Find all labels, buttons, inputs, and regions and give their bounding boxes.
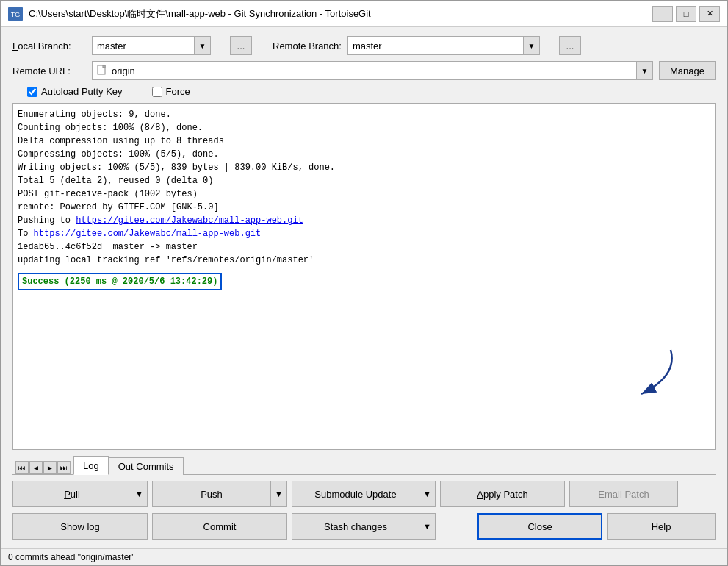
tab-nav-buttons: ⏮ ◄ ► ⏭ [15,461,71,474]
log-line-8: remote: Powered by GITEE.COM [GNK-5.0] [18,201,710,214]
tab-prev-button[interactable]: ◄ [29,461,43,474]
local-branch-arrow[interactable]: ▼ [195,36,211,55]
tab-last-button[interactable]: ⏭ [57,461,71,474]
tabs-row: ⏮ ◄ ► ⏭ Log Out Commits [12,456,716,475]
options-row: Autoload Putty Key Force [12,86,716,97]
success-container: Success (2250 ms @ 2020/5/6 13:42:29) [18,271,710,290]
local-branch-row: Local Branch: ▼ ... Remote Branch: ▼ ... [12,36,716,55]
autoload-putty-text: Autoload Putty Key [41,86,123,97]
log-line-2: Counting objects: 100% (8/8), done. [18,121,710,135]
remote-branch-label: Remote Branch: [273,40,342,51]
button-row-1: Pull ▼ Push ▼ Submodule Update ▼ Apply P… [12,481,716,507]
log-line-4: Compressing objects: 100% (5/5), done. [18,148,710,161]
local-branch-combo: ▼ [92,36,224,55]
tab-next-button[interactable]: ► [43,461,57,474]
tab-out-commits[interactable]: Out Commits [109,457,184,475]
pull-arrow[interactable]: ▼ [131,481,148,507]
close-window-button[interactable]: ✕ [699,6,720,22]
log-line-10: To https://gitee.com/Jakewabc/mall-app-w… [18,227,710,240]
submodule-arrow[interactable]: ▼ [419,481,436,507]
log-line-12: updating local tracking ref 'refs/remote… [18,254,710,267]
stash-split-button: Stash changes ▼ [292,513,436,540]
log-line-9: Pushing to https://gitee.com/Jakewabc/ma… [18,214,710,227]
force-text: Force [166,86,190,97]
force-label[interactable]: Force [152,86,190,97]
success-message: Success (2250 ms @ 2020/5/6 13:42:29) [18,273,222,290]
log-line-11: 1edab65..4c6f52d master -> master [18,240,710,254]
local-branch-input[interactable] [92,36,195,55]
log-line-1: Enumerating objects: 9, done. [18,108,710,121]
window-controls: — □ ✕ [652,6,720,22]
remote-branch-input[interactable] [347,36,524,55]
email-patch-button[interactable]: Email Patch [569,481,678,507]
main-content: Local Branch: ▼ ... Remote Branch: ▼ ...… [1,27,727,548]
main-window: TG C:\Users\start\Desktop\临时文件\mall-app-… [0,0,728,566]
svg-text:TG: TG [11,11,21,18]
commit-button[interactable]: Commit [152,513,287,540]
log-line-5: Writing objects: 100% (5/5), 839 bytes |… [18,161,710,174]
remote-branch-arrow[interactable]: ▼ [524,36,540,55]
local-branch-label: Local Branch: [12,40,86,51]
remote-url-value: origin [112,65,135,76]
log-line-3: Delta compression using up to 8 threads [18,135,710,148]
remote-url-file-icon [97,65,107,77]
window-title: C:\Users\start\Desktop\临时文件\mall-app-web… [29,7,371,21]
force-checkbox[interactable] [152,87,162,97]
remote-url-input[interactable]: origin [92,61,637,80]
stash-arrow[interactable]: ▼ [419,513,436,540]
title-bar-left: TG C:\Users\start\Desktop\临时文件\mall-app-… [8,7,371,21]
title-bar: TG C:\Users\start\Desktop\临时文件\mall-app-… [1,1,727,27]
pull-button[interactable]: Pull [12,481,131,507]
close-help-area: Close Help [440,513,716,540]
autoload-putty-checkbox[interactable] [27,87,37,97]
buttons-area: Pull ▼ Push ▼ Submodule Update ▼ Apply P… [12,481,716,540]
apply-patch-button[interactable]: Apply Patch [440,481,565,507]
log-line-6: Total 5 (delta 2), reused 0 (delta 0) [18,174,710,187]
submodule-button[interactable]: Submodule Update [292,481,419,507]
close-button[interactable]: Close [477,513,602,540]
show-log-button[interactable]: Show log [12,513,148,540]
remote-url-arrow[interactable]: ▼ [637,61,653,80]
log-area[interactable]: Enumerating objects: 9, done. Counting o… [12,103,716,450]
log-line-7: POST git-receive-pack (1002 bytes) [18,187,710,201]
to-link[interactable]: https://gitee.com/Jakewabc/mall-app-web.… [34,229,262,239]
submodule-split-button: Submodule Update ▼ [292,481,436,507]
local-branch-ellipsis[interactable]: ... [230,36,252,55]
tab-first-button[interactable]: ⏮ [15,461,29,474]
remote-url-combo: origin ▼ [92,61,653,80]
push-link[interactable]: https://gitee.com/Jakewabc/mall-app-web.… [76,215,303,226]
local-branch-label-u: L [12,40,18,51]
remote-url-row: Remote URL: origin ▼ Manage [12,61,716,80]
stash-button[interactable]: Stash changes [292,513,419,540]
remote-url-label: Remote URL: [12,65,86,76]
button-row-2: Show log Commit Stash changes ▼ Close He… [12,513,716,540]
tab-log[interactable]: Log [73,456,109,475]
maximize-button[interactable]: □ [676,6,696,22]
push-split-button: Push ▼ [152,481,287,507]
help-button[interactable]: Help [607,513,716,540]
status-text: 0 commits ahead "origin/master" [8,552,135,562]
pull-split-button: Pull ▼ [12,481,148,507]
manage-button[interactable]: Manage [659,61,716,80]
push-button[interactable]: Push [152,481,271,507]
app-icon: TG [8,7,23,21]
autoload-putty-label[interactable]: Autoload Putty Key [27,86,123,97]
minimize-button[interactable]: — [652,6,673,22]
push-arrow[interactable]: ▼ [271,481,287,507]
remote-branch-combo: ▼ [347,36,553,55]
status-bar: 0 commits ahead "origin/master" [1,548,727,565]
arrow-annotation [597,346,685,405]
remote-branch-ellipsis[interactable]: ... [559,36,581,55]
